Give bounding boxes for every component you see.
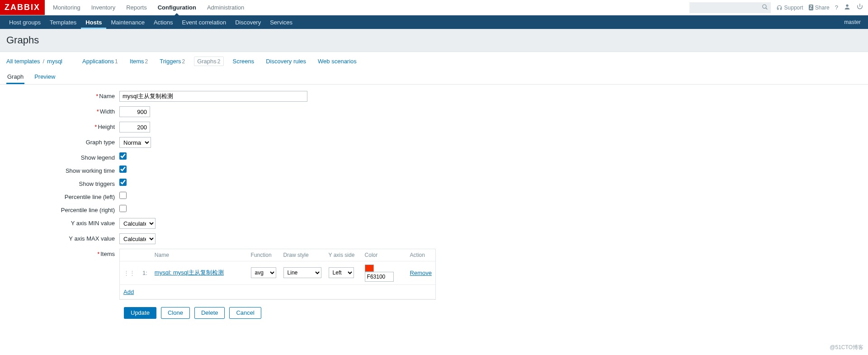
ymin-label: Y axis MIN value bbox=[71, 220, 115, 227]
subnav-services[interactable]: Services bbox=[265, 15, 297, 29]
support-label: Support bbox=[784, 5, 803, 11]
ymin-select[interactable]: Calculated bbox=[119, 218, 156, 229]
delete-button[interactable]: Delete bbox=[194, 307, 225, 319]
ymax-label: Y axis MAX value bbox=[69, 235, 115, 242]
subnav-host-indicator: master bbox=[844, 19, 863, 25]
headset-icon bbox=[776, 5, 783, 11]
show-triggers-checkbox[interactable] bbox=[119, 179, 127, 186]
width-input[interactable] bbox=[119, 106, 150, 117]
svg-point-2 bbox=[846, 5, 848, 7]
items-table: Name Function Draw style Y axis side Col… bbox=[119, 249, 436, 300]
height-input[interactable] bbox=[119, 122, 150, 133]
tab-graph[interactable]: Graph bbox=[6, 71, 24, 84]
templatenav-discovery-rules[interactable]: Discovery rules bbox=[263, 57, 309, 66]
percentile-right-checkbox[interactable] bbox=[119, 205, 127, 212]
tab-preview[interactable]: Preview bbox=[33, 71, 56, 84]
sub-navigation: Host groups Templates Hosts Maintenance … bbox=[0, 15, 868, 29]
name-label: Name bbox=[99, 93, 115, 99]
percentile-left-checkbox[interactable] bbox=[119, 192, 127, 199]
clone-button[interactable]: Clone bbox=[161, 307, 190, 319]
subnav-templates[interactable]: Templates bbox=[45, 15, 81, 29]
templatenav-screens[interactable]: Screens bbox=[230, 57, 257, 66]
graph-type-select[interactable]: Normal bbox=[119, 137, 151, 148]
top-navigation: ZABBIX Monitoring Inventory Reports Conf… bbox=[0, 0, 868, 15]
templatenav-items[interactable]: Items2 bbox=[127, 57, 151, 66]
svg-point-0 bbox=[762, 5, 766, 8]
breadcrumb-all-templates[interactable]: All templates bbox=[6, 58, 40, 65]
yaxis-side-select[interactable]: Left bbox=[329, 267, 354, 278]
page-header: Graphs bbox=[0, 29, 868, 52]
row-index: 1: bbox=[139, 261, 151, 285]
add-item-link[interactable]: Add bbox=[123, 289, 134, 295]
subnav-event-correlation[interactable]: Event correlation bbox=[178, 15, 231, 29]
col-color: Color bbox=[361, 249, 406, 261]
power-icon[interactable] bbox=[856, 3, 863, 12]
col-yaxis-side: Y axis side bbox=[325, 249, 361, 261]
color-swatch[interactable] bbox=[365, 265, 374, 272]
help-icon[interactable]: ? bbox=[835, 4, 838, 11]
search-icon[interactable] bbox=[762, 4, 768, 11]
topnav-administration[interactable]: Administration bbox=[202, 0, 250, 15]
function-select[interactable]: avg bbox=[251, 267, 276, 278]
show-legend-label: Show legend bbox=[81, 154, 115, 161]
breadcrumb-template-name[interactable]: mysql bbox=[47, 58, 62, 65]
z-icon: Z bbox=[809, 5, 813, 10]
show-triggers-label: Show triggers bbox=[79, 180, 115, 187]
topnav-right: Support Z Share ? bbox=[689, 2, 863, 13]
color-input[interactable] bbox=[365, 272, 394, 282]
cancel-button[interactable]: Cancel bbox=[229, 307, 261, 319]
width-label: Width bbox=[100, 108, 115, 115]
page-title: Graphs bbox=[6, 34, 862, 46]
topnav-configuration[interactable]: Configuration bbox=[152, 0, 202, 15]
remove-link[interactable]: Remove bbox=[410, 270, 432, 276]
topnav-menu: Monitoring Inventory Reports Configurati… bbox=[47, 0, 250, 15]
subnav-hosts[interactable]: Hosts bbox=[81, 15, 106, 29]
graph-type-label: Graph type bbox=[86, 139, 115, 146]
show-working-time-label: Show working time bbox=[66, 167, 115, 174]
percentile-right-label: Percentile line (right) bbox=[61, 207, 115, 213]
topnav-inventory[interactable]: Inventory bbox=[86, 0, 121, 15]
ymax-select[interactable]: Calculated bbox=[119, 233, 156, 244]
svg-line-1 bbox=[765, 8, 767, 9]
topnav-reports[interactable]: Reports bbox=[121, 0, 152, 15]
share-link[interactable]: Z Share bbox=[809, 5, 830, 11]
col-action: Action bbox=[406, 249, 435, 261]
templatenav-triggers[interactable]: Triggers2 bbox=[157, 57, 188, 66]
zabbix-logo[interactable]: ZABBIX bbox=[0, 0, 45, 15]
share-label: Share bbox=[815, 5, 830, 11]
height-label: Height bbox=[98, 123, 115, 130]
draw-style-select[interactable]: Line bbox=[283, 267, 321, 278]
update-button[interactable]: Update bbox=[124, 307, 156, 319]
percentile-left-label: Percentile line (left) bbox=[65, 194, 115, 200]
templatenav-web-scenarios[interactable]: Web scenarios bbox=[315, 57, 359, 66]
col-draw-style: Draw style bbox=[280, 249, 325, 261]
show-working-time-checkbox[interactable] bbox=[119, 166, 127, 173]
item-name-link[interactable]: mysql: mysql主从复制检测 bbox=[155, 269, 224, 276]
show-legend-checkbox[interactable] bbox=[119, 152, 127, 160]
template-nav: All templates / mysql Applications1 Item… bbox=[0, 52, 868, 66]
templatenav-applications[interactable]: Applications1 bbox=[80, 57, 121, 66]
subnav-maintenance[interactable]: Maintenance bbox=[106, 15, 149, 29]
graph-tabs: Graph Preview bbox=[0, 66, 868, 85]
col-name: Name bbox=[151, 249, 247, 261]
support-link[interactable]: Support bbox=[776, 5, 803, 11]
drag-handle-icon[interactable]: ⋮⋮ bbox=[120, 261, 139, 285]
breadcrumb-separator: / bbox=[42, 58, 44, 65]
user-icon[interactable] bbox=[844, 3, 851, 12]
subnav-discovery[interactable]: Discovery bbox=[231, 15, 265, 29]
global-search-input[interactable] bbox=[689, 2, 771, 13]
form-buttons: Update Clone Delete Cancel bbox=[119, 304, 862, 322]
subnav-actions[interactable]: Actions bbox=[149, 15, 178, 29]
items-label: Items bbox=[100, 251, 115, 257]
name-input[interactable] bbox=[119, 91, 307, 102]
topnav-monitoring[interactable]: Monitoring bbox=[47, 0, 86, 15]
graph-form: *Name *Width *Height Graph type Normal S… bbox=[0, 85, 868, 331]
templatenav-graphs[interactable]: Graphs2 bbox=[194, 57, 223, 66]
table-row: ⋮⋮ 1: mysql: mysql主从复制检测 avg Line Left R… bbox=[120, 261, 435, 285]
subnav-host-groups[interactable]: Host groups bbox=[5, 15, 45, 29]
col-function: Function bbox=[247, 249, 280, 261]
